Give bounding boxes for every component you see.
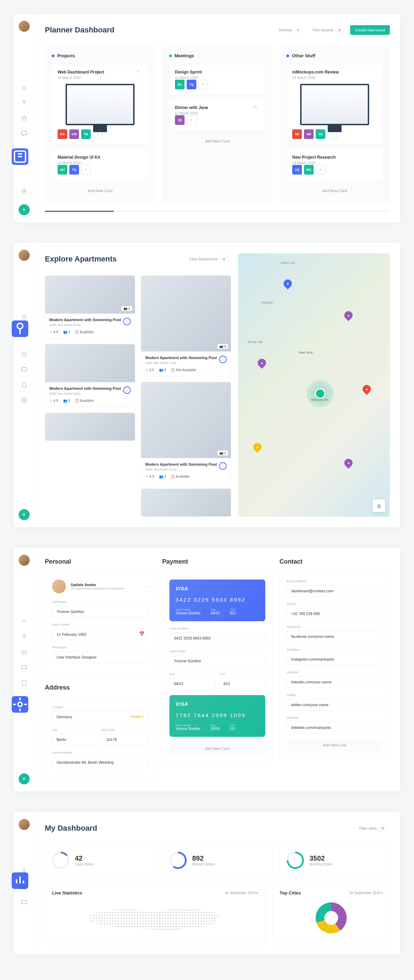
member-badge[interactable]: MJ: [175, 80, 185, 89]
avatar-image[interactable]: [52, 579, 66, 593]
board-card[interactable]: Web Dashboard Project14 March 2020✎KSOWT…: [52, 64, 148, 145]
member-badge[interactable]: MS: [304, 165, 314, 175]
add-card-button[interactable]: Add New Card: [52, 185, 148, 197]
credit-card-1[interactable]: VISA 3422 3229 9833 8992 Card HolderYvon…: [169, 579, 265, 621]
apartment-card[interactable]: 📷 9 ♡ Modern Apartment with Swimming Poo…: [141, 275, 231, 376]
apartment-card[interactable]: 📷 2 ♡ Modern Apartment with Swimming Poo…: [45, 275, 135, 338]
pin-icon[interactable]: [21, 99, 28, 106]
add-link-button[interactable]: Add New Link: [287, 739, 382, 751]
user-avatar[interactable]: [19, 555, 30, 566]
apartment-card[interactable]: 📷 4 ♡ Modern Apartment with Swimming Poo…: [141, 382, 231, 483]
favorite-button[interactable]: ♡: [123, 318, 131, 325]
board-card[interactable]: Material Design UI Kit14 March 2020MJTQ+: [52, 149, 148, 180]
chat-icon[interactable]: [21, 130, 28, 137]
favorite-button[interactable]: ♡: [123, 387, 131, 394]
change-link[interactable]: Change ▾: [130, 715, 143, 718]
favorite-button[interactable]: ♡: [219, 462, 227, 470]
chat-icon[interactable]: [21, 899, 28, 906]
edit-icon[interactable]: ✎: [136, 69, 143, 76]
member-badge[interactable]: TQ: [69, 165, 79, 175]
board-card[interactable]: New Project Research14 March 2020UQMS+: [287, 149, 383, 180]
file-icon[interactable]: [21, 679, 28, 686]
dob-input[interactable]: [52, 628, 148, 640]
map-pin[interactable]: ●: [282, 278, 294, 290]
map-pin[interactable]: ●: [342, 457, 354, 469]
board-card[interactable]: Dinner with Jane12 March 2020✎JQ+: [169, 99, 266, 131]
sidebar-active-explore[interactable]: [12, 320, 28, 337]
apartment-card[interactable]: ♡ Modern Apartment with Swimming Pool 40…: [45, 344, 135, 407]
cardnum-input[interactable]: [169, 632, 265, 644]
edit-icon[interactable]: ✎: [253, 105, 261, 111]
country-input[interactable]: GermanyChange ▾: [52, 711, 148, 723]
cvc-input[interactable]: [219, 678, 265, 690]
filter-button[interactable]: Filter stats⚙: [356, 822, 390, 834]
add-card-button[interactable]: Add New Card: [169, 742, 265, 755]
member-badge[interactable]: OW: [69, 129, 79, 139]
add-member-button[interactable]: +: [187, 115, 196, 125]
member-badge[interactable]: MJ: [57, 165, 67, 175]
email-input[interactable]: [287, 585, 382, 597]
member-badge[interactable]: UQ: [292, 165, 302, 175]
add-member-button[interactable]: +: [81, 165, 91, 175]
add-fab[interactable]: +: [19, 509, 30, 520]
basket-icon[interactable]: [21, 883, 28, 890]
dr-input[interactable]: [287, 722, 382, 733]
map-pin[interactable]: ●: [252, 441, 263, 453]
locate-button[interactable]: ◎: [373, 500, 385, 512]
basket-icon[interactable]: [21, 649, 28, 655]
pin-icon[interactable]: [21, 868, 28, 875]
chat-icon[interactable]: [21, 664, 28, 671]
chart-icon[interactable]: [21, 312, 28, 320]
h-scrollbar[interactable]: [45, 211, 390, 212]
add-member-button[interactable]: +: [198, 80, 208, 89]
member-badge[interactable]: KS: [57, 129, 67, 139]
city-input[interactable]: [52, 734, 98, 745]
holder-input[interactable]: [169, 655, 265, 667]
sidebar-active-settings[interactable]: [12, 696, 28, 713]
basket-icon[interactable]: [21, 350, 28, 357]
member-badge[interactable]: HK: [292, 129, 302, 139]
add-fab[interactable]: +: [19, 204, 30, 215]
file-icon[interactable]: [21, 382, 28, 388]
member-badge[interactable]: JQ: [175, 115, 185, 125]
board-card[interactable]: inMockups.com Review14 March 2020HKNBYS+: [287, 64, 383, 145]
user-avatar[interactable]: [19, 819, 30, 830]
member-badge[interactable]: TB: [81, 129, 91, 139]
favorite-button[interactable]: ♡: [219, 356, 227, 363]
apartment-card[interactable]: [141, 488, 231, 517]
ig-input[interactable]: [287, 653, 382, 665]
member-badge[interactable]: NB: [304, 129, 314, 139]
refresh-button[interactable]: Refresh⟳: [275, 24, 306, 36]
exp-input[interactable]: [169, 678, 216, 690]
basket-icon[interactable]: [21, 115, 28, 121]
create-board-button[interactable]: Create new board: [350, 25, 390, 35]
column-more-icon[interactable]: ⋯: [144, 53, 148, 58]
member-badge[interactable]: YS: [316, 129, 325, 139]
member-badge[interactable]: TQ: [187, 80, 196, 89]
chat-icon[interactable]: [21, 366, 28, 373]
pin-icon[interactable]: [21, 633, 28, 640]
board-card[interactable]: Design Sprint12 March 2020MJTQ+: [169, 64, 266, 95]
phone-input[interactable]: [287, 608, 382, 619]
gear-icon[interactable]: [21, 397, 28, 404]
fb-input[interactable]: [287, 630, 382, 642]
li-input[interactable]: [287, 676, 382, 688]
user-avatar[interactable]: [19, 21, 30, 32]
user-avatar[interactable]: [19, 250, 30, 261]
map[interactable]: ◎ Union CityHobokenJersey CityNew YorkBR…: [238, 253, 390, 517]
tw-input[interactable]: [287, 699, 382, 711]
calendar-icon[interactable]: 📅: [139, 631, 145, 636]
column-more-icon[interactable]: ⋯: [261, 53, 266, 58]
filter-button[interactable]: Filter boards⚙: [309, 24, 346, 36]
credit-card-2[interactable]: VISA 7782 7644 2999 1009 Card HolderYvon…: [169, 695, 265, 737]
add-card-button[interactable]: Add New Card: [287, 185, 383, 197]
map-pin[interactable]: ●: [361, 383, 373, 395]
update-avatar-link[interactable]: Update Avatar: [71, 582, 124, 587]
add-card-button[interactable]: Add New Card: [169, 135, 266, 147]
add-fab[interactable]: +: [19, 773, 30, 784]
map-pin[interactable]: ●: [342, 309, 354, 321]
apartment-card[interactable]: [45, 412, 135, 441]
zip-input[interactable]: [102, 734, 148, 745]
profession-input[interactable]: [52, 651, 148, 663]
column-more-icon[interactable]: ⋯: [379, 53, 383, 58]
